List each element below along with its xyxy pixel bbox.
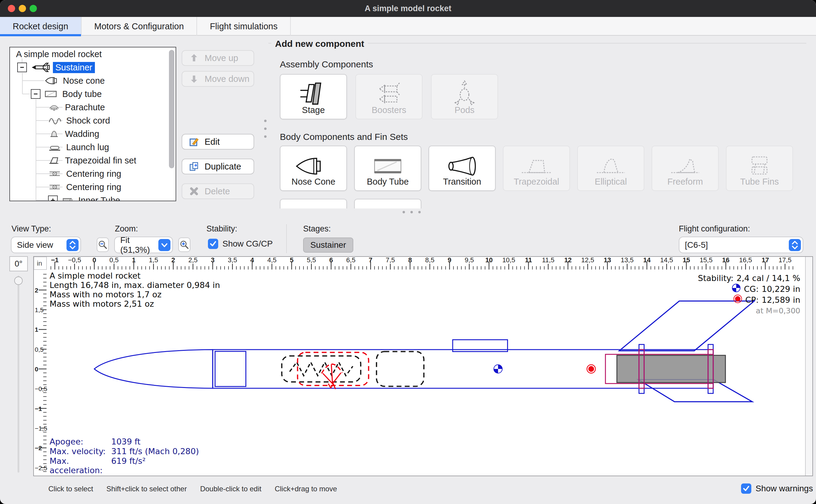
tree-item-wadding[interactable]: Wadding	[48, 127, 102, 141]
svg-text:11: 11	[525, 257, 532, 264]
delete-icon	[189, 186, 199, 196]
hint-text: Shift+click to select other	[106, 485, 187, 493]
zoom-out-button[interactable]	[97, 237, 109, 252]
arrow-down-icon	[189, 74, 199, 84]
add-elliptical-card[interactable]: Elliptical	[577, 146, 644, 191]
stage-toggle-sustainer[interactable]: Sustainer	[303, 237, 353, 253]
show-cgcp-checkbox-row[interactable]: Show CG/CP	[208, 239, 273, 249]
tree-item-shock-cord[interactable]: Shock cord	[48, 114, 112, 127]
svg-text:0: 0	[92, 257, 96, 264]
tree-item-body-tube[interactable]: Body tube	[31, 87, 104, 101]
hint-text: Double-click to edit	[200, 485, 261, 493]
tree-item-launch-lug[interactable]: Launch lug	[48, 141, 112, 154]
add-component-card[interactable]	[280, 199, 347, 208]
view-type-select[interactable]: Side view	[11, 237, 81, 253]
tree-item-sustainer[interactable]: Sustainer	[17, 61, 95, 74]
stability-line: Stability:2,4 cal / 14,1 %	[698, 273, 800, 283]
rocket-info-block: A simple model rocketLength 16,748 in, m…	[50, 271, 220, 309]
tree-item-inner-tube[interactable]: Inner Tube	[48, 194, 123, 201]
svg-text:12: 12	[564, 257, 572, 264]
vertical-splitter-handle[interactable]	[264, 120, 267, 138]
tree-item-centering-ring[interactable]: Centering ring	[48, 180, 124, 194]
add-body-tube-card[interactable]: Body Tube	[354, 146, 421, 191]
boosters-icon	[374, 79, 403, 110]
move-up-button[interactable]: Move up	[182, 50, 254, 66]
add-stage-card[interactable]: Stage	[280, 74, 347, 119]
add-component-card[interactable]	[354, 199, 421, 208]
stages-label: Stages:	[303, 224, 331, 234]
tree-item-label: Centering ring	[64, 168, 124, 179]
tree-scrollbar[interactable]	[169, 50, 174, 168]
svg-text:−1: −1	[35, 405, 42, 412]
tree-item-parachute[interactable]: Parachute	[48, 101, 107, 114]
app-window: A simple model rocket Rocket designMotor…	[0, 0, 816, 504]
svg-text:15,5: 15,5	[700, 257, 713, 264]
collapse-icon[interactable]	[17, 63, 27, 72]
add-pods-card[interactable]: Pods	[431, 74, 498, 119]
checkbox-checked-icon[interactable]	[741, 483, 751, 494]
tree-root-item[interactable]: A simple model rocket	[14, 47, 104, 61]
svg-text:14,5: 14,5	[660, 257, 673, 264]
tab-flight-simulations[interactable]: Flight simulations	[197, 17, 291, 36]
expand-icon[interactable]	[48, 195, 58, 201]
centeringring-icon	[48, 182, 61, 192]
add-freeform-card[interactable]: Freeform	[652, 146, 719, 191]
mach-condition: at M=0,300	[698, 305, 800, 316]
rotation-slider-thumb[interactable]	[14, 276, 23, 285]
svg-text:9: 9	[448, 257, 451, 264]
add-tube-fins-card[interactable]: Tube Fins	[726, 146, 793, 191]
rocket-info-line: Mass with no motors 1,7 oz	[50, 290, 220, 299]
duplicate-icon	[189, 161, 199, 172]
canvas-scrollbar[interactable]	[805, 257, 812, 476]
tree-item-centering-ring[interactable]: Centering ring	[48, 167, 124, 180]
add-trapezoidal-card[interactable]: Trapezoidal	[503, 146, 570, 191]
svg-text:−1: −1	[51, 257, 59, 264]
show-warnings-row[interactable]: Show warnings	[741, 483, 813, 494]
svg-text:0,5: 0,5	[35, 346, 44, 353]
zoom-select[interactable]: Fit (51,3%)	[114, 237, 173, 253]
svg-text:13: 13	[604, 257, 611, 264]
move-down-button[interactable]: Move down	[182, 71, 254, 87]
add-nose-cone-card[interactable]: Nose Cone	[280, 146, 347, 191]
innertube-icon	[61, 195, 73, 201]
view-type-label: View Type:	[11, 224, 51, 234]
add-boosters-card[interactable]: Boosters	[355, 74, 423, 119]
edit-button[interactable]: Edit	[182, 134, 254, 150]
checkbox-checked-icon[interactable]	[208, 239, 218, 249]
tree-item-label: Centering ring	[64, 182, 124, 193]
add-transition-card[interactable]: Transition	[429, 146, 496, 191]
nosecone-lg-icon	[294, 151, 333, 183]
svg-text:2: 2	[171, 257, 175, 264]
add-new-component-panel: Add new component Assembly ComponentsSta…	[268, 39, 806, 208]
svg-text:4,5: 4,5	[267, 257, 277, 264]
zoom-in-button[interactable]	[178, 237, 190, 252]
main-tab-bar: Rocket designMotors & ConfigurationFligh…	[0, 17, 816, 36]
flight-config-label: Flight configuration:	[679, 224, 750, 234]
collapse-icon[interactable]	[31, 89, 40, 99]
rocket-view-canvas[interactable]: in−1−0,500,511,522,533,544,555,566,577,5…	[33, 256, 813, 476]
flight-config-select[interactable]: [C6-5]	[679, 237, 803, 253]
tab-rocket-design[interactable]: Rocket design	[0, 17, 82, 36]
rotation-slider-track[interactable]	[18, 276, 19, 473]
fin-free-icon	[665, 151, 705, 183]
svg-text:6: 6	[329, 257, 333, 264]
show-cgcp-label: Show CG/CP	[222, 239, 273, 249]
tree-item-label: A simple model rocket	[14, 49, 104, 60]
tree-item-label: Shock cord	[64, 115, 112, 126]
stability-label: Stability:	[206, 224, 237, 234]
tree-item-trapezoidal-fin-set[interactable]: Trapezoidal fin set	[48, 154, 139, 167]
svg-text:11,5: 11,5	[542, 257, 554, 264]
horizontal-splitter-handle[interactable]	[403, 211, 421, 213]
delete-button[interactable]: Delete	[182, 183, 254, 199]
tree-item-label: Nose cone	[60, 75, 107, 86]
zoom-value: Fit (51,3%)	[120, 235, 158, 255]
svg-text:7: 7	[369, 257, 372, 264]
svg-text:10,5: 10,5	[502, 257, 515, 264]
svg-text:17,5: 17,5	[779, 257, 792, 264]
duplicate-button[interactable]: Duplicate	[182, 159, 254, 174]
svg-text:6,5: 6,5	[346, 257, 356, 264]
tab-motors-configuration[interactable]: Motors & Configuration	[82, 17, 197, 36]
svg-text:−2: −2	[35, 444, 42, 451]
svg-text:2,5: 2,5	[188, 257, 198, 264]
tree-item-nose-cone[interactable]: Nose cone	[31, 74, 107, 87]
